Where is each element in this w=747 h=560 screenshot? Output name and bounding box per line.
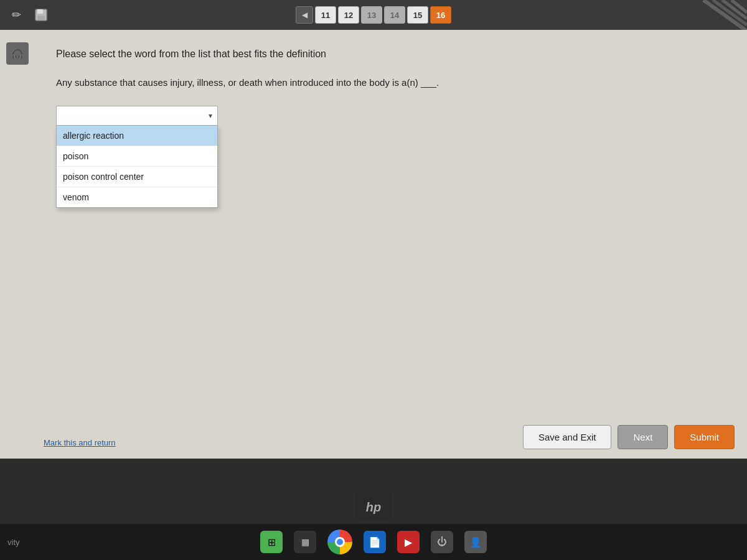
svg-line-4 — [713, 0, 747, 25]
headphone-icon[interactable]: 🎧 — [6, 42, 29, 65]
answer-dropdown[interactable]: ▾ allergic reaction poison poison contro… — [56, 106, 218, 126]
dropdown-list: allergic reaction poison poison control … — [56, 126, 218, 208]
hp-logo: hp — [366, 500, 381, 515]
page-navigation: ◀ 11 12 13 14 15 16 — [296, 6, 451, 24]
svg-rect-2 — [37, 16, 45, 20]
chrome-inner — [337, 539, 343, 545]
files-icon: ⊞ — [268, 536, 276, 548]
media-icon: ▶ — [405, 536, 412, 548]
taskbar-user-app[interactable]: 👤 — [464, 531, 487, 553]
left-icons: 🎧 — [6, 42, 29, 65]
save-icon[interactable] — [31, 5, 51, 25]
dropdown-header[interactable]: ▾ — [56, 106, 218, 126]
taskbar-chrome-app[interactable] — [327, 530, 352, 554]
mark-return-link[interactable]: Mark this and return — [44, 438, 116, 447]
hp-logo-area: hp — [355, 493, 392, 521]
page-11-button[interactable]: 11 — [315, 6, 336, 24]
page-15-button[interactable]: 15 — [407, 6, 428, 24]
docs-icon: 📄 — [369, 536, 381, 548]
taskbar-power-app[interactable]: ⏻ — [431, 531, 453, 553]
option-venom[interactable]: venom — [57, 187, 217, 207]
pencil-icon[interactable]: ✏ — [6, 5, 26, 25]
toolbar: ✏ ◀ 11 12 13 14 15 16 — [0, 0, 747, 30]
taskbar: vity ⊞ ▦ 📄 ▶ ⏻ 👤 — [0, 524, 747, 560]
next-button[interactable]: Next — [618, 425, 668, 449]
terminal-icon: ▦ — [301, 537, 309, 547]
question-area: Please select the word from the list tha… — [56, 42, 728, 126]
page-12-button[interactable]: 12 — [338, 6, 359, 24]
question-text: Any substance that causes injury, illnes… — [56, 75, 728, 90]
option-poison[interactable]: poison — [57, 146, 217, 167]
option-poison-control-center[interactable]: poison control center — [57, 167, 217, 187]
option-allergic-reaction[interactable]: allergic reaction — [57, 126, 217, 146]
user-icon: 👤 — [469, 536, 482, 548]
taskbar-media-app[interactable]: ▶ — [397, 531, 420, 553]
question-instruction: Please select the word from the list tha… — [56, 49, 728, 60]
svg-line-5 — [722, 0, 747, 19]
page-14-button[interactable]: 14 — [384, 6, 405, 24]
taskbar-side-label: vity — [7, 538, 20, 547]
svg-rect-1 — [37, 9, 43, 14]
submit-button[interactable]: Submit — [674, 425, 735, 449]
main-content: 🎧 Please select the word from the list t… — [0, 30, 747, 416]
bottom-action-bar: Mark this and return Save and Exit Next … — [0, 416, 747, 459]
page-13-button[interactable]: 13 — [361, 6, 382, 24]
prev-page-button[interactable]: ◀ — [296, 6, 313, 24]
decorative-lines — [672, 0, 747, 31]
taskbar-docs-app[interactable]: 📄 — [364, 531, 386, 553]
power-icon: ⏻ — [437, 536, 447, 548]
svg-line-3 — [703, 0, 747, 31]
save-exit-button[interactable]: Save and Exit — [523, 425, 612, 449]
taskbar-terminal-app[interactable]: ▦ — [294, 531, 316, 553]
chevron-down-icon: ▾ — [209, 111, 212, 120]
page-16-button[interactable]: 16 — [430, 6, 451, 24]
taskbar-files-app[interactable]: ⊞ — [260, 531, 283, 553]
svg-line-6 — [731, 0, 747, 12]
